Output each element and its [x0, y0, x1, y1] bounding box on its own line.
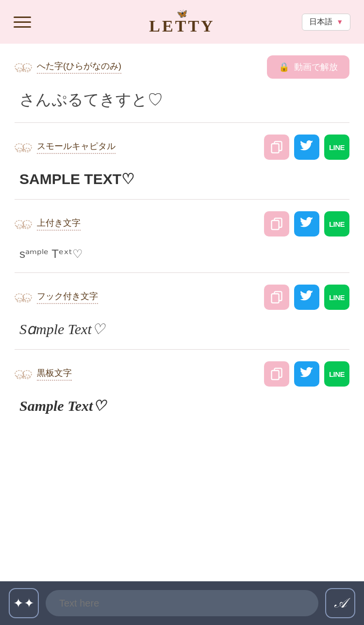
section-small-caps: スモールキャピタル LINE SAMPLE T	[15, 123, 349, 200]
copy-button-hook[interactable]	[264, 285, 289, 310]
line-icon-text-blackboard: LINE	[329, 370, 345, 378]
copy-icon-hook	[270, 290, 283, 304]
section-title-group-superscript: 上付き文字	[15, 217, 81, 231]
bottom-bar: ✦✦ 𝒜	[0, 581, 364, 625]
sample-text-heta: さんぷるてきすと♡	[15, 87, 349, 113]
section-label-heta: へた字(ひらがなのみ)	[37, 60, 121, 74]
section-label-blackboard: 黒板文字	[37, 367, 72, 381]
line-button-blackboard[interactable]: LINE	[324, 361, 349, 387]
section-label-small-caps: スモールキャピタル	[37, 140, 116, 154]
line-button-small-caps[interactable]: LINE	[324, 135, 349, 160]
copy-button-blackboard[interactable]	[264, 361, 289, 387]
copy-button-small-caps[interactable]	[264, 135, 289, 160]
section-superscript: 上付き文字 LINE sᵃᵐᵖˡᵉ Tᵉˣᵗ♡	[15, 200, 349, 273]
main-content: へた字(ひらがなのみ) 🔒 動画で解放 さんぷるてきすと♡ スモールキャピタル	[0, 44, 364, 489]
font-icon: 𝒜	[334, 595, 346, 611]
chevron-down-icon: ▼	[336, 18, 343, 26]
app-logo: 🦋 LETTY	[149, 8, 215, 35]
line-icon-text-superscript: LINE	[329, 220, 345, 228]
section-butterfly-icon-small-caps	[15, 140, 32, 154]
lock-icon: 🔒	[279, 62, 289, 72]
section-title-group-small-caps: スモールキャピタル	[15, 140, 116, 154]
section-hook: フック付き文字 LINE Sɑmple Tex	[15, 273, 349, 350]
copy-icon-superscript	[270, 217, 283, 231]
sample-text-superscript: sᵃᵐᵖˡᵉ Tᵉˣᵗ♡	[15, 245, 349, 263]
sample-text-blackboard: Sample Text♡	[15, 395, 349, 416]
svg-rect-25	[272, 294, 279, 303]
section-title-group-blackboard: 黒板文字	[15, 367, 72, 381]
copy-icon	[270, 140, 283, 154]
action-buttons-small-caps: LINE	[264, 135, 349, 160]
twitter-button-blackboard[interactable]	[294, 361, 319, 387]
section-header-hook: フック付き文字 LINE	[15, 285, 349, 310]
section-header-blackboard: 黒板文字 LINE	[15, 361, 349, 387]
svg-rect-32	[272, 371, 279, 380]
hamburger-menu[interactable]	[14, 17, 31, 28]
section-title-group-heta: へた字(ひらがなのみ)	[15, 60, 121, 74]
section-header-small-caps: スモールキャピタル LINE	[15, 135, 349, 160]
twitter-button-hook[interactable]	[294, 285, 319, 310]
section-header-superscript: 上付き文字 LINE	[15, 211, 349, 236]
twitter-button-superscript[interactable]	[294, 211, 319, 236]
section-title-group-hook: フック付き文字	[15, 290, 98, 304]
logo-text: LETTY	[149, 17, 215, 35]
section-heta: へた字(ひらがなのみ) 🔒 動画で解放 さんぷるてきすと♡	[15, 44, 349, 123]
language-label: 日本語	[309, 17, 332, 27]
twitter-icon	[300, 140, 314, 154]
line-button-hook[interactable]: LINE	[324, 285, 349, 310]
unlock-button-label: 動画で解放	[294, 61, 338, 73]
section-butterfly-icon-superscript	[15, 217, 32, 231]
svg-rect-18	[272, 220, 279, 230]
twitter-button-small-caps[interactable]	[294, 135, 319, 160]
svg-rect-11	[272, 144, 279, 153]
text-input[interactable]	[46, 590, 318, 616]
twitter-icon-blackboard	[300, 367, 314, 381]
font-style-button[interactable]: 𝒜	[325, 588, 355, 618]
sparkle-button[interactable]: ✦✦	[9, 588, 39, 618]
action-buttons-superscript: LINE	[264, 211, 349, 236]
copy-button-superscript[interactable]	[264, 211, 289, 236]
section-label-hook: フック付き文字	[37, 290, 98, 304]
section-butterfly-icon-heta	[15, 60, 32, 74]
section-label-superscript: 上付き文字	[37, 217, 81, 231]
language-selector[interactable]: 日本語 ▼	[302, 14, 350, 31]
line-button-superscript[interactable]: LINE	[324, 211, 349, 236]
action-buttons-hook: LINE	[264, 285, 349, 310]
line-icon-text: LINE	[329, 143, 345, 152]
section-butterfly-icon-blackboard	[15, 367, 32, 381]
action-buttons-blackboard: LINE	[264, 361, 349, 387]
section-blackboard: 黒板文字 LINE Sample Text♡	[15, 350, 349, 426]
sample-text-small-caps: SAMPLE TEXT♡	[15, 169, 349, 189]
sample-text-hook: Sɑmple Text♡	[15, 319, 349, 339]
unlock-button-heta[interactable]: 🔒 動画で解放	[267, 55, 349, 79]
twitter-icon-hook	[300, 290, 314, 304]
section-butterfly-icon-hook	[15, 290, 32, 304]
section-header-heta: へた字(ひらがなのみ) 🔒 動画で解放	[15, 55, 349, 79]
line-icon-text-hook: LINE	[329, 293, 345, 302]
app-header: 🦋 LETTY 日本語 ▼	[0, 0, 364, 44]
twitter-icon-superscript	[300, 217, 314, 231]
sparkle-icon: ✦✦	[13, 596, 34, 611]
copy-icon-blackboard	[270, 367, 283, 381]
